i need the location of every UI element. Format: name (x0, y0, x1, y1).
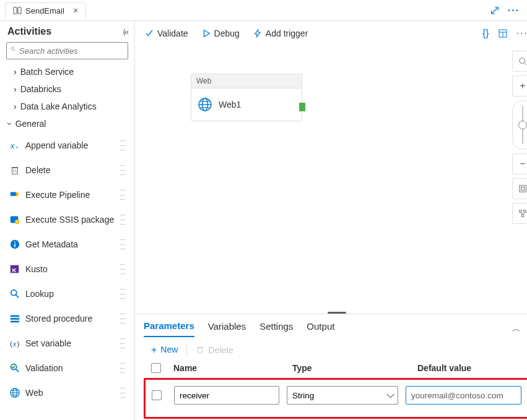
stored-procedure-icon (9, 313, 20, 324)
delete-parameter-button[interactable]: Delete (196, 345, 233, 355)
tree-node-general[interactable]: › General (5, 115, 129, 132)
tree-node-batch-service[interactable]: › Batch Service (5, 63, 129, 80)
search-wrapper (6, 42, 128, 59)
activity-tree: › Batch Service › Databricks › Data Lake… (0, 63, 134, 132)
activity-list: x+ Append variable Delete Execute Pipeli… (0, 132, 134, 412)
close-icon[interactable]: × (73, 6, 78, 15)
activity-label: Stored procedure (25, 314, 115, 324)
param-name-input[interactable] (174, 386, 279, 405)
tab-parameters[interactable]: Parameters (144, 320, 194, 337)
zoom-out-button[interactable]: − (512, 153, 527, 174)
activity-stored-procedure[interactable]: Stored procedure (5, 307, 129, 330)
row-checkbox[interactable] (152, 390, 162, 400)
search-input[interactable] (19, 46, 124, 56)
svg-text:x: x (10, 141, 15, 150)
code-icon[interactable]: {} (482, 28, 489, 39)
panel-splitter[interactable] (135, 309, 527, 314)
tab-settings[interactable]: Settings (259, 321, 293, 336)
svg-rect-22 (11, 321, 19, 323)
activity-delete[interactable]: Delete (5, 158, 129, 182)
param-default-input[interactable] (406, 386, 521, 405)
activity-execute-ssis[interactable]: Execute SSIS package (5, 208, 129, 231)
pipeline-canvas[interactable]: Web Web1 + − (135, 46, 527, 309)
svg-point-18 (11, 290, 17, 296)
svg-rect-46 (524, 210, 526, 213)
activity-kusto[interactable]: K Kusto (5, 257, 129, 281)
validate-label: Validate (157, 28, 188, 38)
canvas-toolbar: Validate Debug Add trigger {} ··· (135, 21, 527, 46)
zoom-slider[interactable] (512, 100, 527, 150)
layout-button[interactable] (512, 203, 527, 224)
add-trigger-button[interactable]: Add trigger (253, 28, 308, 38)
activity-get-metadata[interactable]: Get Metadata (5, 233, 129, 256)
svg-text:K: K (12, 267, 17, 273)
tree-label: General (15, 119, 46, 129)
svg-rect-1 (18, 7, 21, 14)
activity-label: Get Metadata (25, 239, 115, 249)
svg-rect-10 (11, 192, 16, 196)
fit-to-screen-button[interactable] (512, 178, 527, 199)
svg-line-48 (521, 212, 523, 215)
canvas-activity-web[interactable]: Web Web1 (191, 74, 302, 121)
activity-web[interactable]: Web (5, 381, 129, 405)
svg-line-19 (16, 295, 19, 298)
activity-label: Web (25, 388, 115, 398)
properties-icon[interactable] (498, 28, 508, 38)
svg-line-49 (523, 212, 525, 215)
more-icon[interactable]: ··· (508, 5, 520, 16)
debug-label: Debug (214, 28, 240, 38)
activity-lookup[interactable]: Lookup (5, 282, 129, 306)
parameter-grid-header: Name Type Default value (144, 359, 527, 377)
tab-bar: SendEmail × ··· (0, 0, 527, 21)
new-parameter-button[interactable]: +New (151, 345, 178, 356)
grip-icon (120, 140, 125, 150)
search-icon (11, 46, 15, 55)
trash-icon (9, 165, 20, 176)
info-icon (9, 239, 20, 250)
tab-variables[interactable]: Variables (208, 321, 246, 336)
svg-rect-14 (14, 244, 15, 247)
pipeline-tab[interactable]: SendEmail × (5, 2, 86, 19)
expand-icon[interactable] (490, 6, 499, 15)
grip-icon (120, 215, 125, 225)
grip-icon (120, 314, 125, 324)
svg-rect-43 (520, 186, 526, 192)
tree-label: Batch Service (20, 67, 74, 77)
tree-label: Data Lake Analytics (20, 101, 97, 111)
zoom-in-button[interactable]: + (512, 75, 527, 96)
svg-rect-15 (14, 242, 15, 243)
chevron-right-icon: › (14, 101, 17, 111)
svg-line-27 (16, 369, 19, 372)
col-default: Default value (417, 363, 522, 373)
collapse-panel-icon[interactable]: ︿ (512, 324, 521, 335)
activity-execute-pipeline[interactable]: Execute Pipeline (5, 183, 129, 207)
select-all-checkbox[interactable] (151, 363, 161, 373)
svg-rect-20 (11, 315, 19, 317)
svg-rect-50 (198, 348, 203, 353)
parameter-row (144, 378, 527, 419)
collapse-sidebar-icon[interactable]: ⟨ « (123, 27, 127, 36)
tree-node-databricks[interactable]: › Databricks (5, 80, 129, 98)
success-connector[interactable] (299, 103, 305, 111)
tab-output[interactable]: Output (307, 321, 334, 336)
tree-label: Databricks (20, 84, 61, 94)
activity-validation[interactable]: Validation (5, 356, 129, 380)
chevron-right-icon: › (14, 67, 17, 77)
param-type-select[interactable] (287, 386, 398, 405)
debug-button[interactable]: Debug (202, 28, 240, 38)
activity-label: Lookup (25, 289, 115, 299)
validate-button[interactable]: Validate (145, 28, 188, 38)
grip-icon (120, 190, 125, 200)
svg-text:(: ( (10, 340, 12, 348)
svg-point-2 (11, 47, 14, 50)
search-canvas-button[interactable] (512, 51, 527, 72)
more-icon[interactable]: ··· (516, 28, 527, 39)
activity-set-variable[interactable]: (x) Set variable (5, 332, 129, 355)
tree-node-data-lake[interactable]: › Data Lake Analytics (5, 98, 129, 115)
activity-label: Delete (25, 165, 115, 175)
activity-label: Set variable (25, 338, 115, 348)
activity-type: Web (191, 74, 302, 88)
grip-icon (120, 239, 125, 249)
activity-append-variable[interactable]: x+ Append variable (5, 134, 129, 157)
activity-name: Web1 (219, 100, 241, 109)
